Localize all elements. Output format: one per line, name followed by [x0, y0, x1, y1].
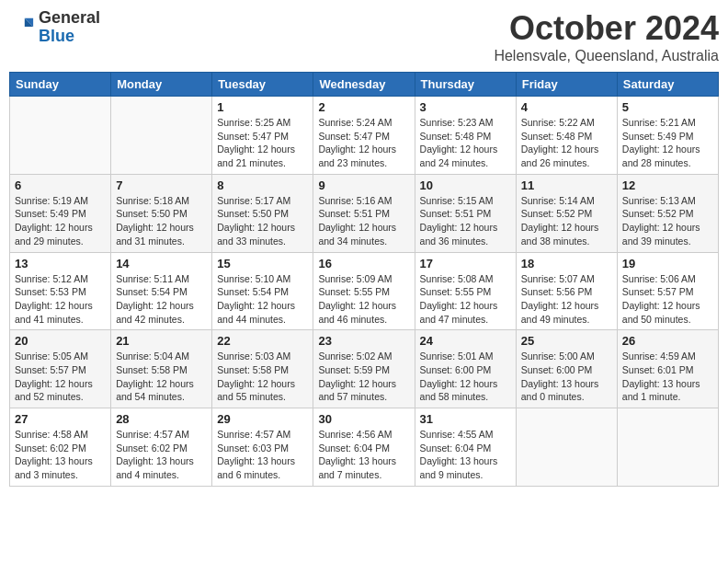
- calendar-cell: 24Sunrise: 5:01 AM Sunset: 6:00 PM Dayli…: [415, 330, 516, 408]
- calendar-cell: 17Sunrise: 5:08 AM Sunset: 5:55 PM Dayli…: [415, 252, 516, 330]
- weekday-header: Wednesday: [313, 73, 415, 97]
- calendar-cell: 13Sunrise: 5:12 AM Sunset: 5:53 PM Dayli…: [10, 252, 111, 330]
- calendar-cell: [10, 97, 111, 175]
- day-info: Sunrise: 4:59 AM Sunset: 6:01 PM Dayligh…: [622, 350, 713, 404]
- weekday-header: Monday: [111, 73, 212, 97]
- logo: General Blue: [9, 9, 100, 46]
- day-number: 27: [15, 412, 106, 426]
- day-info: Sunrise: 5:24 AM Sunset: 5:47 PM Dayligh…: [318, 116, 409, 170]
- calendar-cell: 22Sunrise: 5:03 AM Sunset: 5:58 PM Dayli…: [212, 330, 313, 408]
- calendar-week-row: 20Sunrise: 5:05 AM Sunset: 5:57 PM Dayli…: [10, 330, 719, 408]
- day-number: 3: [420, 100, 511, 114]
- day-number: 28: [116, 412, 207, 426]
- day-number: 9: [318, 178, 409, 192]
- calendar-cell: 15Sunrise: 5:10 AM Sunset: 5:54 PM Dayli…: [212, 252, 313, 330]
- calendar-cell: 28Sunrise: 4:57 AM Sunset: 6:02 PM Dayli…: [111, 408, 212, 487]
- weekday-header: Tuesday: [212, 73, 313, 97]
- day-info: Sunrise: 5:19 AM Sunset: 5:49 PM Dayligh…: [15, 194, 106, 248]
- day-number: 31: [420, 412, 511, 426]
- calendar-cell: 19Sunrise: 5:06 AM Sunset: 5:57 PM Dayli…: [617, 252, 718, 330]
- calendar-cell: 12Sunrise: 5:13 AM Sunset: 5:52 PM Dayli…: [617, 174, 718, 252]
- calendar-cell: 25Sunrise: 5:00 AM Sunset: 6:00 PM Dayli…: [516, 330, 617, 408]
- calendar-week-row: 13Sunrise: 5:12 AM Sunset: 5:53 PM Dayli…: [10, 252, 719, 330]
- day-info: Sunrise: 5:11 AM Sunset: 5:54 PM Dayligh…: [116, 272, 207, 327]
- day-number: 18: [521, 257, 612, 270]
- day-number: 1: [217, 100, 308, 114]
- calendar-cell: 7Sunrise: 5:18 AM Sunset: 5:50 PM Daylig…: [111, 174, 212, 252]
- day-info: Sunrise: 5:17 AM Sunset: 5:50 PM Dayligh…: [217, 194, 308, 248]
- calendar-header-row: SundayMondayTuesdayWednesdayThursdayFrid…: [10, 73, 719, 97]
- calendar-cell: [111, 97, 212, 175]
- calendar-week-row: 1Sunrise: 5:25 AM Sunset: 5:47 PM Daylig…: [10, 97, 719, 175]
- day-number: 25: [521, 334, 612, 348]
- day-info: Sunrise: 5:06 AM Sunset: 5:57 PM Dayligh…: [622, 272, 713, 327]
- day-number: 12: [622, 178, 713, 192]
- day-info: Sunrise: 5:15 AM Sunset: 5:51 PM Dayligh…: [420, 194, 511, 248]
- calendar-cell: 20Sunrise: 5:05 AM Sunset: 5:57 PM Dayli…: [10, 330, 111, 408]
- day-number: 5: [622, 100, 713, 114]
- calendar-cell: 11Sunrise: 5:14 AM Sunset: 5:52 PM Dayli…: [516, 174, 617, 252]
- day-number: 4: [521, 100, 612, 114]
- day-number: 26: [622, 334, 713, 348]
- location: Helensvale, Queensland, Australia: [494, 48, 719, 64]
- day-info: Sunrise: 5:14 AM Sunset: 5:52 PM Dayligh…: [521, 194, 612, 248]
- calendar-cell: 30Sunrise: 4:56 AM Sunset: 6:04 PM Dayli…: [313, 408, 415, 487]
- calendar-cell: [516, 408, 617, 487]
- day-number: 13: [15, 257, 106, 270]
- weekday-header: Saturday: [617, 73, 718, 97]
- day-info: Sunrise: 4:56 AM Sunset: 6:04 PM Dayligh…: [318, 428, 409, 482]
- weekday-header: Friday: [516, 73, 617, 97]
- day-number: 15: [217, 257, 308, 270]
- day-number: 7: [116, 178, 207, 192]
- logo-icon: [9, 15, 35, 40]
- page-header: General Blue October 2024 Helensvale, Qu…: [9, 9, 719, 64]
- calendar-cell: 14Sunrise: 5:11 AM Sunset: 5:54 PM Dayli…: [111, 252, 212, 330]
- logo-blue-text: Blue: [39, 28, 100, 46]
- day-info: Sunrise: 5:09 AM Sunset: 5:55 PM Dayligh…: [318, 272, 409, 327]
- calendar-cell: 4Sunrise: 5:22 AM Sunset: 5:48 PM Daylig…: [516, 97, 617, 175]
- calendar-table: SundayMondayTuesdayWednesdayThursdayFrid…: [9, 72, 719, 487]
- day-info: Sunrise: 5:01 AM Sunset: 6:00 PM Dayligh…: [420, 350, 511, 404]
- day-number: 16: [318, 257, 409, 270]
- day-number: 19: [622, 257, 713, 270]
- title-block: October 2024 Helensvale, Queensland, Aus…: [494, 9, 719, 64]
- day-info: Sunrise: 5:23 AM Sunset: 5:48 PM Dayligh…: [420, 116, 511, 170]
- day-info: Sunrise: 5:21 AM Sunset: 5:49 PM Dayligh…: [622, 116, 713, 170]
- month-title: October 2024: [494, 9, 719, 48]
- calendar-cell: 1Sunrise: 5:25 AM Sunset: 5:47 PM Daylig…: [212, 97, 313, 175]
- day-info: Sunrise: 5:25 AM Sunset: 5:47 PM Dayligh…: [217, 116, 308, 170]
- day-number: 6: [15, 178, 106, 192]
- day-info: Sunrise: 5:16 AM Sunset: 5:51 PM Dayligh…: [318, 194, 409, 248]
- calendar-cell: 18Sunrise: 5:07 AM Sunset: 5:56 PM Dayli…: [516, 252, 617, 330]
- calendar-cell: 8Sunrise: 5:17 AM Sunset: 5:50 PM Daylig…: [212, 174, 313, 252]
- calendar-cell: 2Sunrise: 5:24 AM Sunset: 5:47 PM Daylig…: [313, 97, 415, 175]
- day-info: Sunrise: 5:13 AM Sunset: 5:52 PM Dayligh…: [622, 194, 713, 248]
- day-number: 30: [318, 412, 409, 426]
- day-number: 2: [318, 100, 409, 114]
- calendar-cell: 27Sunrise: 4:58 AM Sunset: 6:02 PM Dayli…: [10, 408, 111, 487]
- day-info: Sunrise: 5:10 AM Sunset: 5:54 PM Dayligh…: [217, 272, 308, 327]
- calendar-cell: 29Sunrise: 4:57 AM Sunset: 6:03 PM Dayli…: [212, 408, 313, 487]
- weekday-header: Sunday: [10, 73, 111, 97]
- calendar-cell: 31Sunrise: 4:55 AM Sunset: 6:04 PM Dayli…: [415, 408, 516, 487]
- weekday-header: Thursday: [415, 73, 516, 97]
- day-number: 24: [420, 334, 511, 348]
- calendar-cell: 9Sunrise: 5:16 AM Sunset: 5:51 PM Daylig…: [313, 174, 415, 252]
- calendar-cell: 3Sunrise: 5:23 AM Sunset: 5:48 PM Daylig…: [415, 97, 516, 175]
- day-info: Sunrise: 5:02 AM Sunset: 5:59 PM Dayligh…: [318, 350, 409, 404]
- day-info: Sunrise: 5:03 AM Sunset: 5:58 PM Dayligh…: [217, 350, 308, 404]
- day-info: Sunrise: 5:00 AM Sunset: 6:00 PM Dayligh…: [521, 350, 612, 404]
- calendar-cell: 5Sunrise: 5:21 AM Sunset: 5:49 PM Daylig…: [617, 97, 718, 175]
- day-info: Sunrise: 4:55 AM Sunset: 6:04 PM Dayligh…: [420, 428, 511, 482]
- day-info: Sunrise: 4:57 AM Sunset: 6:02 PM Dayligh…: [116, 428, 207, 482]
- calendar-cell: [617, 408, 718, 487]
- day-number: 22: [217, 334, 308, 348]
- calendar-cell: 16Sunrise: 5:09 AM Sunset: 5:55 PM Dayli…: [313, 252, 415, 330]
- logo-general-text: General: [39, 9, 100, 28]
- calendar-week-row: 27Sunrise: 4:58 AM Sunset: 6:02 PM Dayli…: [10, 408, 719, 487]
- day-info: Sunrise: 4:57 AM Sunset: 6:03 PM Dayligh…: [217, 428, 308, 482]
- calendar-week-row: 6Sunrise: 5:19 AM Sunset: 5:49 PM Daylig…: [10, 174, 719, 252]
- day-number: 20: [15, 334, 106, 348]
- calendar-cell: 26Sunrise: 4:59 AM Sunset: 6:01 PM Dayli…: [617, 330, 718, 408]
- calendar-cell: 21Sunrise: 5:04 AM Sunset: 5:58 PM Dayli…: [111, 330, 212, 408]
